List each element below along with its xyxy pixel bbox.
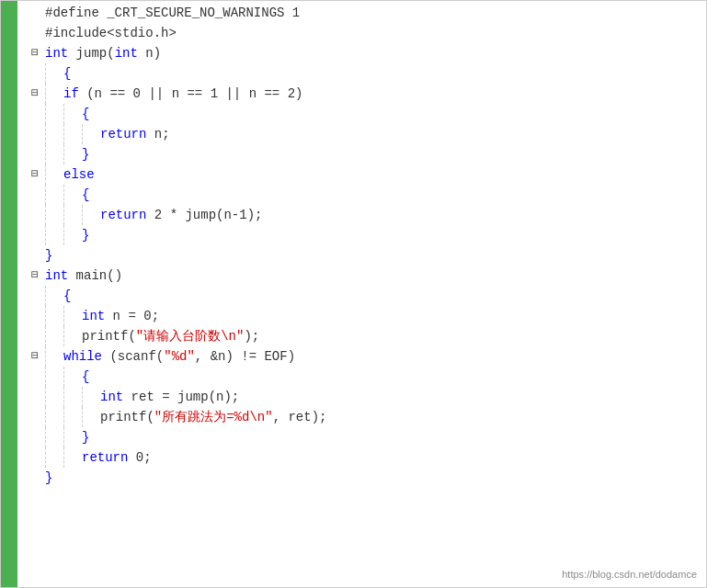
token: (scanf( <box>102 349 164 364</box>
code-line: { <box>25 286 699 306</box>
line-tokens: { <box>82 185 89 205</box>
line-tokens: } <box>82 427 89 447</box>
line-tokens: printf("所有跳法为=%d\n", ret); <box>100 407 326 427</box>
token: printf( <box>82 329 136 344</box>
indent-guide <box>82 124 100 144</box>
token: { <box>82 369 89 384</box>
line-code: return 0; <box>45 447 699 468</box>
token: } <box>82 147 89 162</box>
token: int <box>115 46 138 61</box>
line-code: #define _CRT_SECURE_NO_WARNINGS 1 <box>45 3 699 23</box>
code-line: { <box>25 63 699 84</box>
indent-guide <box>45 427 63 447</box>
fold-marker[interactable]: ⊟ <box>25 84 45 104</box>
line-code: { <box>45 367 699 387</box>
line-tokens: #include<stdio.h> <box>45 23 177 43</box>
code-line: printf("请输入台阶数\n"); <box>25 326 699 346</box>
line-code: { <box>45 286 699 306</box>
fold-marker[interactable]: ⊟ <box>25 266 45 286</box>
indent-guide <box>63 326 82 346</box>
line-tokens: { <box>63 286 71 306</box>
token: { <box>82 107 89 121</box>
token: _CRT_SECURE_NO_WARNINGS <box>107 6 284 20</box>
indent-guide <box>45 447 63 468</box>
token: int <box>82 309 105 323</box>
line-tokens: printf("请输入台阶数\n"); <box>82 326 259 346</box>
line-tokens: return 0; <box>82 447 152 468</box>
line-code: while (scanf("%d", &n) != EOF) <box>45 346 699 367</box>
code-area: #define _CRT_SECURE_NO_WARNINGS 1#includ… <box>1 1 706 587</box>
indent-guide <box>45 205 63 225</box>
line-code: { <box>45 63 699 84</box>
token: 2 * jump(n-1); <box>146 208 262 222</box>
code-line: #define _CRT_SECURE_NO_WARNINGS 1 <box>25 3 699 23</box>
code-content[interactable]: #define _CRT_SECURE_NO_WARNINGS 1#includ… <box>17 1 706 587</box>
line-code: return 2 * jump(n-1); <box>45 205 699 225</box>
code-line: { <box>25 104 699 124</box>
token: return <box>82 450 128 465</box>
line-tokens: while (scanf("%d", &n) != EOF) <box>63 346 295 367</box>
line-code: printf("请输入台阶数\n"); <box>45 326 699 346</box>
indent-guide <box>45 164 63 185</box>
line-tokens: #define _CRT_SECURE_NO_WARNINGS 1 <box>45 3 300 23</box>
indent-guide <box>45 124 63 144</box>
line-code: int jump(int n) <box>45 43 699 63</box>
code-line: } <box>25 468 699 488</box>
indent-guide <box>63 124 82 144</box>
line-code: int n = 0; <box>45 306 699 326</box>
code-line: { <box>25 185 699 205</box>
token: int <box>100 390 123 404</box>
code-line: return n; <box>25 124 699 144</box>
indent-guide <box>45 286 63 306</box>
token: ret = jump(n); <box>123 390 239 404</box>
line-code: int main() <box>45 266 699 286</box>
token: jump( <box>68 46 114 61</box>
fold-marker[interactable]: ⊟ <box>25 346 45 367</box>
indent-guide <box>45 144 63 164</box>
line-tokens: { <box>82 367 89 387</box>
indent-guide <box>63 387 82 407</box>
token: return <box>100 127 146 141</box>
editor-container: #define _CRT_SECURE_NO_WARNINGS 1#includ… <box>0 0 707 588</box>
fold-marker[interactable]: ⊟ <box>25 43 45 63</box>
indent-guide <box>63 225 82 245</box>
indent-guide <box>82 205 100 225</box>
indent-guide <box>45 84 63 104</box>
token: } <box>45 248 52 263</box>
code-line: ⊟int jump(int n) <box>25 43 699 63</box>
line-code: } <box>45 245 699 266</box>
indent-guide <box>63 427 82 447</box>
line-code: { <box>45 104 699 124</box>
indent-guide <box>82 407 100 427</box>
indent-guide <box>63 447 82 468</box>
token: int <box>45 268 68 283</box>
indent-guide <box>63 205 82 225</box>
line-code: else <box>45 164 699 185</box>
indent-guide <box>45 104 63 124</box>
code-line: ⊟while (scanf("%d", &n) != EOF) <box>25 346 699 367</box>
indent-guide <box>45 367 63 387</box>
token: { <box>63 66 71 81</box>
line-tokens: } <box>82 144 89 164</box>
token: { <box>82 187 89 202</box>
indent-guide <box>63 306 82 326</box>
code-line: ⊟if (n == 0 || n == 1 || n == 2) <box>25 84 699 104</box>
fold-marker[interactable]: ⊟ <box>25 164 45 185</box>
token: #define <box>45 6 107 20</box>
line-tokens: if (n == 0 || n == 1 || n == 2) <box>63 84 302 104</box>
token: <stdio.h> <box>107 26 177 40</box>
indent-guide <box>45 407 63 427</box>
line-tokens: int n = 0; <box>82 306 159 326</box>
token: , &n) != EOF) <box>195 349 295 364</box>
line-code: printf("所有跳法为=%d\n", ret); <box>45 407 699 427</box>
token: else <box>63 167 95 182</box>
token: return <box>100 208 146 222</box>
code-line: int ret = jump(n); <box>25 387 699 407</box>
token: n = 0; <box>105 309 159 323</box>
indent-guide <box>45 326 63 346</box>
code-line: } <box>25 245 699 266</box>
token: 1 <box>284 6 300 20</box>
token: , ret); <box>273 410 327 424</box>
code-line: int n = 0; <box>25 306 699 326</box>
indent-guide <box>45 387 63 407</box>
